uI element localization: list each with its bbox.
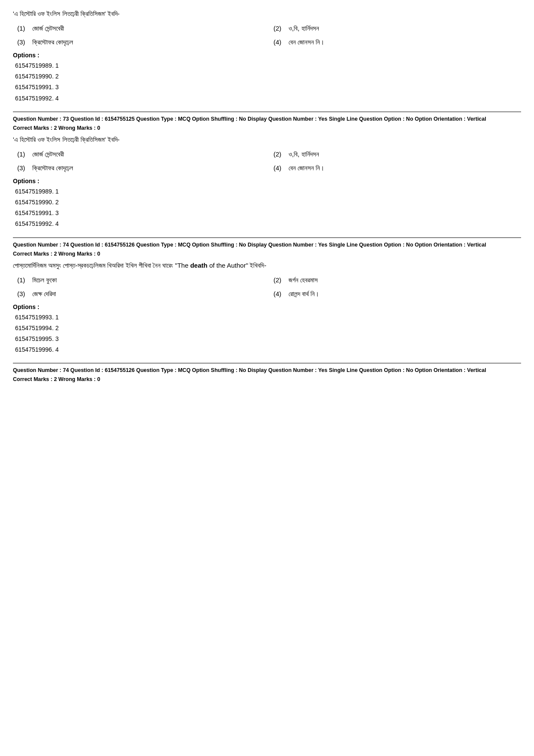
option-num-3-4: (4) [273,289,284,299]
option-list-item-1-1: 61547519989. 1 [15,60,521,71]
option-text-2-4: বেন জোনসন নি। [289,163,324,173]
option-row-2-1: (1) জোর্জ সেন্টসবেরী [17,149,265,159]
option-num-3-2: (2) [273,275,284,285]
option-list-item-3-3: 61547519995. 3 [15,334,521,344]
question-block-4: Question Number : 74 Question Id : 61547… [13,363,521,382]
option-num-3-1: (1) [17,275,28,285]
option-row-3-2: (2) জর্গন হেবরমাস [273,275,521,285]
question-block-1: 'এ হিস্টোরি ওফ ইংলিস লিতঢ়েরী ক্রিতিসিজম… [13,9,521,104]
question-block-3: Question Number : 74 Question Id : 61547… [13,237,521,356]
options-label-1: Options : [13,52,521,59]
option-row-3-1: (1) মিচেল ফুকো [17,275,265,285]
option-list-item-2-2: 61547519990. 2 [15,197,521,208]
options-label-2: Options : [13,178,521,184]
option-list-item-1-4: 61547519992. 4 [15,93,521,104]
option-text-1-1: জোর্জ সেন্টসবেরী [32,23,64,34]
options-grid-2: (1) জোর্জ সেন্টসবেরী (2) ও,বি, হার্নিদসন… [17,149,521,173]
marks-info-4: Correct Marks : 2 Wrong Marks : 0 [13,376,521,382]
options-grid-3: (1) মিচেল ফুকো (2) জর্গন হেবরমাস (3) জেক… [17,275,521,299]
marks-info-2: Correct Marks : 2 Wrong Marks : 0 [13,125,521,131]
question-text-1: 'এ হিস্টোরি ওফ ইংলিস লিতঢ়েরী ক্রিতিসিজম… [13,9,521,19]
option-row-1-1: (1) জোর্জ সেন্টসবেরী [17,23,265,34]
option-list-item-2-4: 61547519992. 4 [15,219,521,229]
option-list-item-1-2: 61547519990. 2 [15,71,521,82]
option-list-item-3-4: 61547519996. 4 [15,344,521,355]
question-text-2: 'এ হিস্টোরি ওফ ইংলিস লিতঢ়েরী ক্রিতিসিজম… [13,134,521,145]
option-row-2-4: (4) বেন জোনসন নি। [273,163,521,173]
marks-info-3: Correct Marks : 2 Wrong Marks : 0 [13,251,521,257]
question-block-2: Question Number : 73 Question Id : 61547… [13,112,521,230]
option-list-item-2-1: 61547519989. 1 [15,186,521,197]
option-list-item-1-3: 61547519991. 3 [15,82,521,93]
option-num-2-2: (2) [273,149,284,159]
option-list-item-3-2: 61547519994. 2 [15,323,521,334]
option-row-3-3: (3) জেক্ষ দেরিদা [17,289,265,299]
option-row-2-3: (3) ক্রিস্টোফর কোদৃঢ়েল [17,163,265,173]
options-list-1: 61547519989. 1 61547519990. 2 6154751999… [15,60,521,104]
meta-info-3: Question Number : 74 Question Id : 61547… [13,237,521,249]
question-text-3: পোস্তমোর্দিনিজম অমসুং পোস্ত-স্রকচঢ়েলিজম… [13,260,521,271]
option-row-3-4: (4) রোলন্দ বার্থ নি। [273,289,521,299]
option-text-2-2: ও,বি, হার্নিদসন [289,149,319,159]
option-row-2-2: (2) ও,বি, হার্নিদসন [273,149,521,159]
option-row-1-3: (3) ক্রিস্টোফর কোদৃঢ়েল [17,37,265,47]
option-num-3-3: (3) [17,289,28,299]
option-text-1-4: বেন জোনসন নি। [289,37,324,47]
option-text-1-2: ও,বি, হার্নিদসন [289,23,319,34]
meta-info-2: Question Number : 73 Question Id : 61547… [13,112,521,123]
option-text-2-3: ক্রিস্টোফর কোদৃঢ়েল [32,163,73,173]
question-text-part1: পোস্তমোর্দিনিজম অমসুং পোস্ত-স্রকচঢ়েলিজম… [13,262,189,269]
option-text-3-1: মিচেল ফুকো [32,275,57,285]
options-list-2: 61547519989. 1 61547519990. 2 6154751999… [15,186,521,230]
option-text-3-2: জর্গন হেবরমাস [289,275,318,285]
question-text-part2: of the Author" ইখিবদি- [209,262,267,269]
option-text-3-4: রোলন্দ বার্থ নি। [289,289,319,299]
meta-info-4: Question Number : 74 Question Id : 61547… [13,363,521,375]
option-num-2-1: (1) [17,149,28,159]
death-text: death [190,262,208,269]
option-row-1-4: (4) বেন জোনসন নি। [273,37,521,47]
option-num-1-4: (4) [273,37,284,47]
option-list-item-2-3: 61547519991. 3 [15,208,521,219]
option-list-item-3-1: 61547519993. 1 [15,312,521,323]
option-text-2-1: জোর্জ সেন্টসবেরী [32,149,64,159]
option-num-2-4: (4) [273,163,284,173]
option-num-1-2: (2) [273,23,284,34]
option-num-2-3: (3) [17,163,28,173]
options-grid-1: (1) জোর্জ সেন্টসবেরী (2) ও,বি, হার্নিদসন… [17,23,521,47]
options-label-3: Options : [13,303,521,310]
option-num-1-3: (3) [17,37,28,47]
option-text-1-3: ক্রিস্টোফর কোদৃঢ়েল [32,37,73,47]
option-row-1-2: (2) ও,বি, হার্নিদসন [273,23,521,34]
option-num-1-1: (1) [17,23,28,34]
option-text-3-3: জেক্ষ দেরিদা [32,289,56,299]
options-list-3: 61547519993. 1 61547519994. 2 6154751999… [15,312,521,356]
